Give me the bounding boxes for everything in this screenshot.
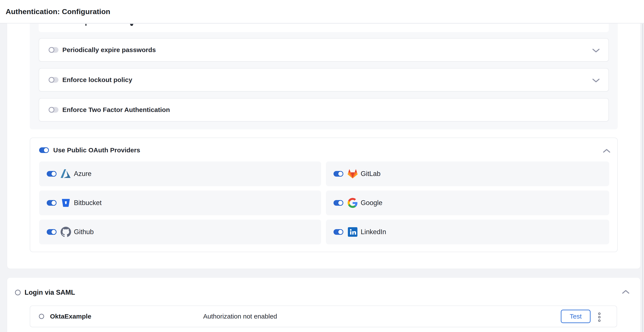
toggle-knob — [43, 147, 49, 153]
toggle-knob — [51, 171, 56, 177]
toggle-knob — [49, 107, 54, 113]
provider-label: Azure — [74, 170, 92, 178]
provider-row-gitlab: GitLab — [326, 162, 609, 186]
toggle-knob — [51, 229, 56, 235]
saml-title: Login via SAML — [24, 289, 75, 296]
saml-provider-status: Authorization not enabled — [203, 313, 277, 320]
provider-row-azure: Azure — [39, 162, 321, 186]
provider-label: Google — [361, 199, 382, 207]
lockout-policy-toggle[interactable] — [49, 77, 58, 83]
chevron-up-icon[interactable] — [622, 290, 630, 294]
saml-section-card: Login via SAML OktaExample Authorization… — [7, 278, 640, 332]
google-toggle[interactable] — [334, 200, 343, 206]
toggle-knob — [338, 229, 343, 235]
setting-row-two-factor[interactable]: Enforce Two Factor Authentication — [39, 98, 609, 122]
scrollbar-track[interactable] — [642, 24, 643, 332]
setting-row-expire-passwords[interactable]: Periodically expire passwords — [39, 38, 609, 62]
bitbucket-icon — [60, 198, 71, 208]
chevron-up-icon[interactable] — [603, 149, 610, 153]
github-icon — [60, 227, 71, 237]
oauth-providers-card: Use Public OAuth Providers Azure — [30, 138, 618, 252]
password-settings-panel: Periodically expire passwords Enforce lo… — [30, 23, 618, 129]
setting-label: Enforce lockout policy — [62, 76, 132, 84]
password-signin-section-card: Periodically expire passwords Enforce lo… — [7, 23, 640, 269]
azure-toggle[interactable] — [47, 171, 56, 177]
clipped-setting-row[interactable] — [39, 24, 609, 32]
provider-row-google: Google — [326, 190, 609, 215]
provider-label: Bitbucket — [74, 199, 102, 207]
setting-row-lockout-policy[interactable]: Enforce lockout policy — [39, 68, 609, 92]
expire-passwords-toggle[interactable] — [49, 47, 58, 53]
saml-provider-row: OktaExample Authorization not enabled Te… — [30, 306, 617, 327]
saml-radio[interactable] — [15, 290, 21, 295]
two-factor-toggle[interactable] — [49, 107, 58, 113]
toggle-knob — [338, 200, 343, 206]
provider-row-linkedin: LinkedIn — [326, 220, 609, 244]
gitlab-icon — [348, 168, 358, 179]
gitlab-toggle[interactable] — [334, 171, 343, 177]
linkedin-icon — [348, 227, 358, 237]
provider-label: GitLab — [361, 170, 380, 178]
toggle-knob — [49, 47, 54, 53]
authentication-configuration-page: Authentication: Configuration Periodical… — [0, 0, 644, 332]
clipped-text-fragment — [86, 24, 86, 26]
page-title: Authentication: Configuration — [6, 0, 644, 23]
kebab-menu-icon[interactable] — [597, 312, 602, 322]
oauth-header: Use Public OAuth Providers — [39, 147, 140, 153]
github-toggle[interactable] — [47, 229, 56, 235]
toggle-knob — [338, 171, 343, 177]
saml-header: Login via SAML — [15, 287, 75, 298]
okta-radio[interactable] — [39, 314, 44, 319]
setting-label: Enforce Two Factor Authentication — [62, 106, 170, 114]
toggle-knob — [51, 200, 56, 206]
azure-icon — [60, 168, 71, 179]
google-icon — [348, 198, 358, 208]
provider-row-bitbucket: Bitbucket — [39, 190, 321, 215]
saml-provider-name: OktaExample — [50, 313, 91, 320]
chevron-down-icon[interactable] — [592, 78, 600, 83]
provider-label: LinkedIn — [361, 228, 386, 236]
provider-row-github: Github — [39, 220, 321, 244]
setting-label: Periodically expire passwords — [62, 46, 156, 54]
oauth-master-toggle[interactable] — [39, 147, 49, 153]
provider-label: Github — [74, 228, 94, 236]
oauth-title: Use Public OAuth Providers — [53, 147, 140, 154]
page-header: Authentication: Configuration — [0, 0, 644, 23]
linkedin-toggle[interactable] — [334, 229, 343, 235]
chevron-down-icon[interactable] — [592, 48, 600, 53]
test-button[interactable]: Test — [561, 310, 590, 323]
clipped-text-fragment — [130, 24, 134, 26]
toggle-knob — [49, 77, 54, 83]
bitbucket-toggle[interactable] — [47, 200, 56, 206]
